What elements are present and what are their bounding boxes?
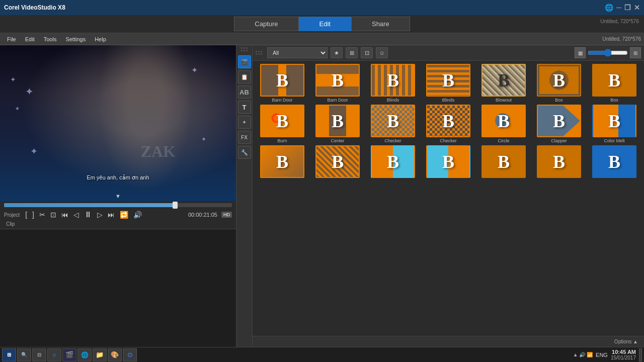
effect-thumb-r3a: B — [260, 145, 304, 178]
effect-thumb-circle: B — [481, 105, 526, 137]
repeat-btn[interactable]: 🔁 — [118, 210, 130, 220]
effect-label-barn-door-1: Barn Door — [272, 98, 292, 103]
close-btn[interactable]: ✕ — [634, 4, 640, 12]
effect-blinds-2[interactable]: B Blinds — [422, 64, 475, 103]
clip-label: Clip — [6, 221, 15, 227]
effect-barn-door-1[interactable]: B Barn Door — [256, 64, 309, 103]
menu-help[interactable]: Help — [91, 35, 110, 43]
taskbar-corel2-btn[interactable]: 🎨 — [108, 348, 122, 361]
effect-row3-6[interactable]: B — [532, 145, 586, 179]
show-desktop-btn[interactable] — [639, 348, 642, 361]
cut-btn[interactable]: ✂ — [38, 210, 47, 220]
effect-label-box-1: Box — [555, 98, 563, 103]
volume-btn[interactable]: 🔊 — [132, 210, 143, 220]
side-icon-instant[interactable]: 📋 — [238, 70, 251, 83]
view-large-btn[interactable]: ⊞ — [630, 47, 641, 58]
filter-dropdown[interactable]: All — [267, 47, 328, 58]
effect-label-blinds-1: Blinds — [387, 98, 399, 103]
seek-thumb — [173, 202, 178, 209]
menu-tools[interactable]: Tools — [40, 35, 61, 43]
taskbar-explorer-btn[interactable]: 📁 — [93, 348, 107, 361]
menu-edit[interactable]: Edit — [21, 35, 39, 43]
customize-btn[interactable]: ⊞ — [346, 47, 358, 58]
side-icon-title[interactable]: T — [238, 101, 251, 114]
effect-center[interactable]: B Center — [311, 105, 364, 143]
step-fwd-btn[interactable]: ⏭ — [106, 210, 116, 220]
menu-settings[interactable]: Settings — [61, 35, 90, 43]
favorite-btn[interactable]: ★ — [331, 47, 343, 58]
effect-blowout[interactable]: B Blowout — [477, 64, 530, 103]
title-bar: Corel VideoStudio X8 🌐 ─ ❐ ✕ — [0, 0, 644, 15]
taskbar-corel-btn[interactable]: 🎬 — [62, 348, 76, 361]
view-controls: ▦ ⊞ — [575, 47, 641, 58]
minimize-btn[interactable]: ─ — [616, 4, 621, 12]
options-button[interactable]: Options ▲ — [611, 338, 641, 345]
taskbar-app-btn[interactable]: ⊙ — [123, 348, 137, 361]
effect-box-1[interactable]: B Box — [532, 64, 586, 103]
taskbar-taskview-btn[interactable]: ⊟ — [32, 348, 46, 361]
project-info: Untitled, 720*576 — [602, 36, 641, 42]
face-btn[interactable]: ☺ — [376, 47, 388, 58]
effect-label-checker-1: Checker — [384, 138, 401, 143]
effect-thumb-clapper: B — [537, 105, 581, 137]
taskbar-ie-btn[interactable]: e — [47, 348, 61, 361]
seek-progress — [4, 203, 175, 207]
menu-file[interactable]: File — [3, 35, 20, 43]
effects-main: All ★ ⊞ ⊡ ☺ ▦ ⊞ B Barn Do — [253, 45, 644, 347]
clock-area: 10:45 AM 15/01/2017 — [611, 349, 636, 360]
effect-label-blinds-2: Blinds — [442, 98, 455, 103]
hd-badge: HD — [221, 212, 232, 218]
effect-label-burn: Burn — [277, 138, 287, 143]
side-icon-media[interactable]: 🎬 — [238, 55, 251, 68]
effect-checker-2[interactable]: B Checker — [422, 105, 475, 143]
effect-box-2[interactable]: B Box — [588, 64, 641, 103]
effect-row3-3[interactable]: B — [366, 145, 420, 179]
tab-edit[interactable]: Edit — [299, 17, 351, 31]
effect-row3-7[interactable]: B — [588, 145, 641, 179]
effect-circle[interactable]: B Circle — [477, 105, 530, 143]
tab-capture[interactable]: Capture — [234, 17, 298, 31]
maximize-btn[interactable]: ❐ — [624, 4, 631, 12]
globe-icon[interactable]: 🌐 — [605, 4, 613, 12]
bracket-out-btn[interactable]: ] — [31, 210, 36, 220]
effect-blinds-1[interactable]: B Blinds — [366, 64, 420, 103]
effect-clapper[interactable]: B Clapper — [532, 105, 586, 143]
effect-row3-5[interactable]: B — [477, 145, 530, 179]
bracket-in-btn[interactable]: [ — [24, 210, 29, 220]
effect-row3-1[interactable]: B — [256, 145, 309, 179]
step-back-btn[interactable]: ⏮ — [60, 210, 70, 220]
window-controls: 🌐 ─ ❐ ✕ — [605, 4, 640, 12]
effect-thumb-box-1: B — [537, 64, 581, 97]
taskbar-browser-btn[interactable]: 🌐 — [77, 348, 92, 361]
effect-colormelt[interactable]: B Color Melt — [588, 105, 641, 143]
effect-thumb-barn-door-1: B — [260, 64, 304, 97]
effect-thumb-burn: B — [260, 105, 304, 137]
taskbar-search-btn[interactable]: 🔍 — [17, 348, 31, 361]
snapshot-btn[interactable]: ⊡ — [49, 210, 58, 220]
view-list-btn[interactable]: ▦ — [575, 47, 586, 58]
effect-barn-door-2[interactable]: B Barn Door — [311, 64, 364, 103]
side-icon-graphics[interactable]: ✦ — [238, 116, 251, 129]
effect-label-colormelt: Color Melt — [604, 138, 624, 143]
next-frame-btn[interactable]: ▷ — [96, 210, 104, 220]
thumbnail-btn[interactable]: ⊡ — [361, 47, 373, 58]
zoom-slider[interactable] — [588, 49, 628, 57]
effect-row3-2[interactable]: B — [311, 145, 364, 179]
drag-handle-effects — [256, 51, 262, 55]
effect-checker-1[interactable]: B Checker — [366, 105, 420, 143]
side-icon-text[interactable]: AB — [238, 85, 251, 99]
effect-burn[interactable]: B Burn — [256, 105, 309, 143]
playback-bar: Project [ ] ✂ ⊡ ⏮ ◁ ⏸ ▷ ⏭ 🔁 🔊 00:00:21:0… — [0, 201, 236, 229]
side-icon-audio[interactable]: 🔧 — [238, 146, 251, 159]
prev-frame-btn[interactable]: ◁ — [72, 210, 80, 220]
start-btn[interactable]: ⊞ — [2, 348, 16, 361]
star-deco2: ✦ — [25, 85, 34, 98]
drag-handle-top — [241, 47, 248, 51]
taskbar-date: 15/01/2017 — [611, 355, 636, 360]
effect-thumb-blinds-2: B — [426, 64, 470, 97]
play-pause-btn[interactable]: ⏸ — [83, 209, 94, 220]
seek-bar[interactable] — [4, 203, 232, 207]
effect-row3-4[interactable]: B — [422, 145, 475, 179]
side-icon-fx[interactable]: FX — [238, 131, 251, 144]
tab-share[interactable]: Share — [351, 17, 410, 31]
